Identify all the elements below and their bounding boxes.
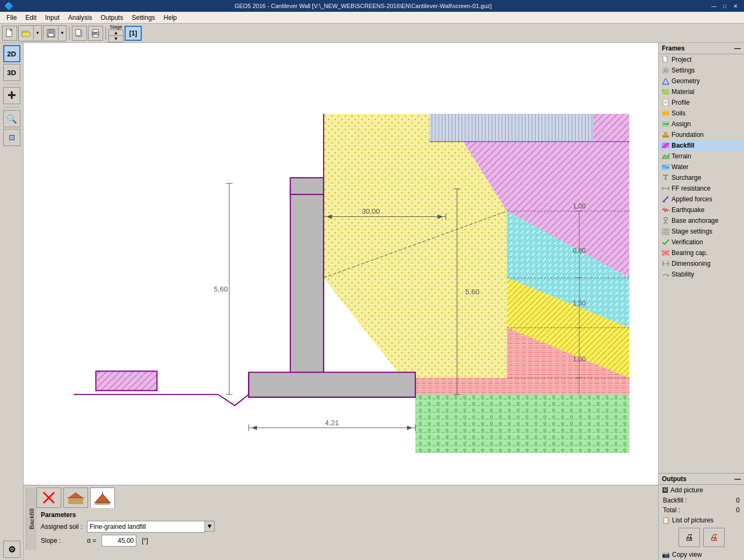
btn-move[interactable]: ✛ [3,87,20,104]
dim-text-5-60-right: 5,60 [465,288,479,296]
frame-item-foundation[interactable]: Foundation [659,129,744,140]
frame-item-terrain[interactable]: Terrain [659,151,744,162]
svg-rect-3 [22,32,30,37]
menu-item-analysis[interactable]: Analysis [64,13,97,23]
frame-item-stability[interactable]: Stability [659,269,744,280]
bottom-tab-2[interactable] [90,488,115,508]
copy-view-label: Copy view [672,551,702,558]
svg-rect-6 [48,33,54,37]
save-arrow[interactable]: ▼ [59,26,66,41]
copy-button[interactable] [72,26,87,41]
total-count-row: Total : 0 [659,505,744,515]
frame-item-applied_forces[interactable]: Applied forces [659,194,744,205]
menu-item-file[interactable]: File [2,13,21,23]
frame-icon-stability [662,271,669,278]
top-boundary [429,114,593,142]
frame-label-applied_forces: Applied forces [672,195,712,203]
btn-2d[interactable]: 2D [3,45,20,62]
frame-icon-geometry [662,77,669,85]
minimize-button[interactable]: — [710,2,718,10]
assigned-soil-dropdown-arrow[interactable]: ▼ [205,521,215,532]
print-btn-2[interactable]: 🖨 [703,528,725,547]
new-button[interactable] [2,26,17,41]
params-section: Parameters Assigned soil : ▼ Slope : α = [37,510,656,550]
btn-settings-gear[interactable]: ⚙ [3,541,20,558]
stage-group: Stage ▲ ▼ [108,24,123,42]
bottom-tab-x[interactable] [37,488,61,508]
frames-collapse-btn[interactable]: — [734,45,741,52]
outputs-collapse-btn[interactable]: — [734,475,741,483]
frame-label-project: Project [672,56,691,63]
svg-rect-12 [97,33,98,34]
frame-label-surcharge: Surcharge [672,174,701,181]
open-button[interactable] [19,26,34,41]
frame-item-water[interactable]: Water [659,162,744,172]
stage-up[interactable]: ▲ [108,30,123,36]
menu-item-help[interactable]: Help [159,13,181,23]
backfill-count-value: 0 [736,497,740,504]
dim-text-1-00: 1,00 [573,202,586,210]
frame-item-material[interactable]: Material [659,86,744,97]
btn-zoom[interactable]: 🔍 [3,110,20,127]
soil-green [415,395,629,453]
frame-label-earthquake: Earthquake [672,206,704,214]
btn-3d[interactable]: 3D [3,64,20,81]
list-pictures-icon: 📋 [662,517,670,524]
menu-item-settings[interactable]: Settings [127,13,159,23]
frame-icon-profile [662,99,669,106]
frame-item-ff_resistance[interactable]: FF resistance [659,183,744,194]
frame-item-profile[interactable]: Profile [659,97,744,108]
btn-zoom-extent[interactable]: ⊡ [3,129,20,146]
assigned-soil-row: Assigned soil : ▼ [41,521,652,533]
frame-icon-assign [662,120,669,128]
frame-item-stage_settings[interactable]: Stage settings [659,226,744,237]
frame-item-geometry[interactable]: Geometry [659,76,744,86]
open-arrow[interactable]: ▼ [34,26,41,41]
svg-marker-55 [95,494,110,503]
frame-item-earthquake[interactable]: Earthquake [659,205,744,215]
frame-item-surcharge[interactable]: Surcharge [659,172,744,183]
menu-bar: FileEditInputAnalysisOutputsSettingsHelp [0,12,744,24]
frame-item-soils[interactable]: Soils [659,108,744,119]
print-btn-1[interactable]: 🖨 [679,528,700,547]
menu-item-edit[interactable]: Edit [21,13,41,23]
frame-label-settings: Settings [672,67,695,74]
bottom-tab-1[interactable] [63,488,88,508]
canvas-area[interactable]: 30,00 5,60 5,60 4,21 [24,43,658,485]
frame-item-project[interactable]: Project [659,54,744,65]
save-button[interactable] [43,26,59,41]
frame-item-bearing_cap[interactable]: Bearing cap. [659,248,744,258]
copy-view-btn[interactable]: 📷 Copy view [659,549,744,560]
menu-item-outputs[interactable]: Outputs [96,13,127,23]
frame-icon-backfill [662,142,669,149]
frame-item-dimensioning[interactable]: Dimensioning [659,258,744,269]
svg-marker-53 [68,492,83,498]
stage-display[interactable]: [1] [125,26,142,41]
frame-item-verification[interactable]: Verification [659,237,744,248]
svg-rect-5 [49,30,53,32]
frames-header: Frames — [659,43,744,54]
backfill-count-label: Backfill : [663,497,687,504]
add-picture-btn[interactable]: 🖼 Add picture [659,485,744,496]
drawing-canvas: 30,00 5,60 5,60 4,21 [24,43,658,485]
dim-text-4-21: 4,21 [325,419,339,427]
print-toolbar-button[interactable] [88,26,103,41]
svg-marker-82 [662,154,669,159]
assigned-soil-input[interactable] [87,521,205,533]
frame-item-backfill[interactable]: Backfill [659,140,744,151]
list-pictures-btn[interactable]: 📋 List of pictures [659,515,744,526]
frame-item-settings[interactable]: Settings [659,65,744,76]
bottom-content: Backfill [26,488,656,550]
svg-marker-85 [664,178,667,180]
close-button[interactable]: ✕ [731,2,740,10]
stage-arrows: ▲ ▼ [108,30,123,42]
center-area: 30,00 5,60 5,60 4,21 [24,43,658,560]
stage-down[interactable]: ▼ [108,36,123,42]
svg-line-92 [663,198,667,202]
outputs-section: Outputs — 🖼 Add picture Backfill : 0 Tot… [659,473,744,560]
frame-item-assign[interactable]: Assign [659,119,744,129]
maximize-button[interactable]: □ [720,2,729,10]
alpha-input[interactable] [101,535,136,547]
menu-item-input[interactable]: Input [41,13,64,23]
frame-item-base_anchorage[interactable]: Base anchorage [659,215,744,226]
